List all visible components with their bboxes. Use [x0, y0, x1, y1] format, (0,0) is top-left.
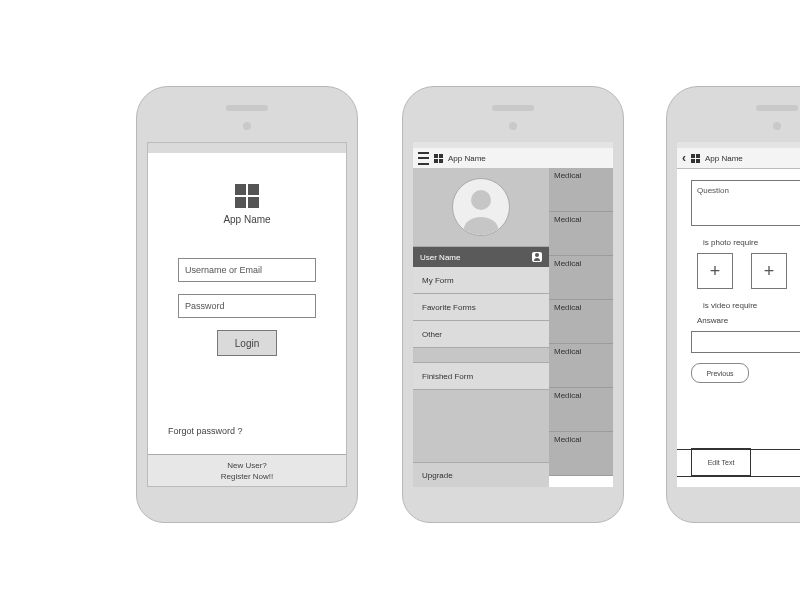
list-item[interactable]: Medical [549, 388, 613, 432]
phone-speaker [492, 105, 534, 111]
login-button[interactable]: Login [217, 330, 277, 356]
status-bar [148, 143, 346, 153]
register-link: Register Now!! [221, 472, 273, 481]
photo-add-row: + + [697, 253, 800, 289]
app-name-label: App Name [148, 214, 346, 225]
forgot-password-link[interactable]: Forgot password ? [168, 426, 243, 436]
title-bar: ‹ App Name [677, 148, 800, 169]
register-footer[interactable]: New User? Register Now!! [148, 454, 346, 486]
answare-input[interactable] [691, 331, 800, 353]
list-item[interactable]: Medical [549, 256, 613, 300]
upgrade-button[interactable]: Upgrade [413, 462, 549, 487]
menu-item-other[interactable]: Other [413, 321, 549, 348]
avatar-area [413, 168, 549, 247]
username-row[interactable]: User Name [413, 247, 549, 267]
list-item[interactable]: Medical [549, 168, 613, 212]
phone-login: App Name Username or Email Password Logi… [136, 86, 358, 523]
title-label: App Name [705, 154, 743, 163]
login-form: Username or Email Password Login [178, 258, 316, 356]
screen-login: App Name Username or Email Password Logi… [147, 142, 347, 487]
hamburger-icon[interactable] [418, 152, 429, 165]
list-item[interactable]: Medical [549, 432, 613, 476]
previous-button[interactable]: Previous [691, 363, 749, 383]
list-item[interactable]: Medical [549, 212, 613, 256]
app-logo-icon [691, 154, 700, 163]
screen-form-editor: ‹ App Name Question is photo require + +… [677, 142, 800, 487]
menu-item-favorite[interactable]: Favorite Forms [413, 294, 549, 321]
photo-required-label: is photo require [703, 238, 800, 247]
phone-camera [243, 122, 251, 130]
screen-menu: App Name User Name My Form Favorite Form… [413, 142, 613, 487]
wireframe-set: App Name Username or Email Password Logi… [0, 0, 800, 600]
password-field[interactable]: Password [178, 294, 316, 318]
menu-item-my-form[interactable]: My Form [413, 267, 549, 294]
phone-camera [509, 122, 517, 130]
video-required-label: is video require [703, 301, 800, 310]
title-bar: App Name [413, 148, 613, 169]
edit-text-button[interactable]: Edit Text [691, 448, 751, 477]
login-logo-area: App Name [148, 181, 346, 225]
username-field[interactable]: Username or Email [178, 258, 316, 282]
phone-camera [773, 122, 781, 130]
back-icon[interactable]: ‹ [682, 151, 686, 165]
phone-speaker [226, 105, 268, 111]
content-list: MedicalMedicalMedicalMedicalMedicalMedic… [549, 168, 613, 487]
list-item[interactable]: Medical [549, 344, 613, 388]
menu-item-finished[interactable]: Finished Form [413, 362, 549, 390]
avatar-icon [452, 178, 510, 236]
editor-body: Question is photo require + + is video r… [677, 168, 800, 487]
question-input[interactable]: Question [691, 180, 800, 226]
app-logo-icon [434, 154, 443, 163]
add-photo-button-1[interactable]: + [697, 253, 733, 289]
answare-label: Answare [697, 316, 800, 325]
new-user-label: New User? [227, 461, 267, 470]
title-label: App Name [448, 154, 486, 163]
add-photo-button-2[interactable]: + [751, 253, 787, 289]
list-item[interactable]: Medical [549, 300, 613, 344]
phone-menu: App Name User Name My Form Favorite Form… [402, 86, 624, 523]
app-logo-icon [235, 184, 259, 208]
user-icon [532, 252, 542, 262]
nav-drawer: User Name My Form Favorite Forms Other F… [413, 168, 549, 487]
phone-speaker [756, 105, 798, 111]
username-label: User Name [420, 253, 460, 262]
phone-form-editor: ‹ App Name Question is photo require + +… [666, 86, 800, 523]
